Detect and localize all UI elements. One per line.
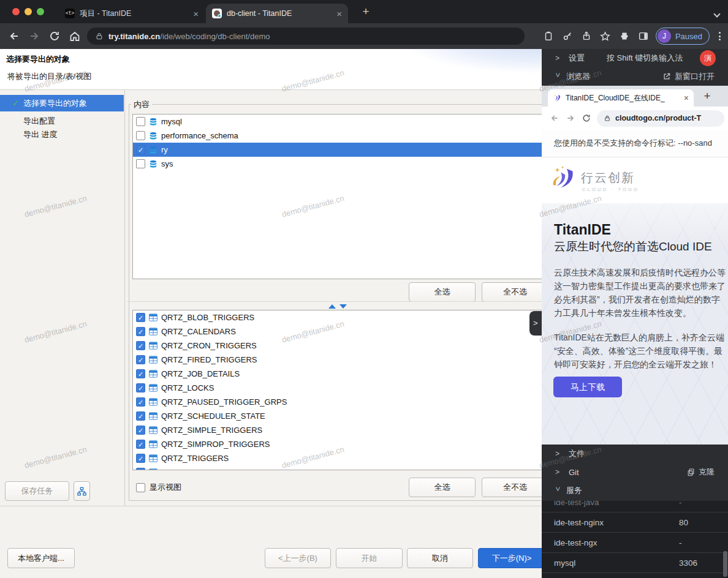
embedded-address-bar[interactable]: cloudtogo.cn/product-T: [597, 110, 724, 127]
git-row[interactable]: > Git 克隆: [542, 463, 728, 481]
new-tab-button[interactable]: +: [700, 89, 715, 103]
select-all-tables-button[interactable]: 全选: [409, 478, 476, 497]
checkbox[interactable]: [136, 117, 145, 126]
checkbox[interactable]: [136, 327, 145, 336]
panel-expand-handle[interactable]: >: [529, 311, 542, 336]
select-none-databases-button[interactable]: 全不选: [482, 282, 542, 302]
back-icon[interactable]: [5, 27, 23, 45]
database-row[interactable]: performance_schema: [133, 129, 542, 143]
table-icon: [149, 384, 157, 392]
checkbox[interactable]: [136, 411, 145, 421]
task-hierarchy-button[interactable]: [74, 481, 90, 501]
checkbox[interactable]: [136, 440, 145, 449]
checkbox[interactable]: [136, 383, 145, 392]
select-none-tables-button[interactable]: 全不选: [482, 478, 542, 497]
clipboard-icon[interactable]: [542, 29, 555, 43]
tab-db-client[interactable]: db-client - TitanIDE ×: [206, 4, 348, 23]
splitter-down-icon[interactable]: [339, 304, 347, 309]
side-panel-icon[interactable]: [637, 29, 650, 43]
checkbox[interactable]: [136, 131, 145, 140]
scrollbar-thumb[interactable]: [723, 551, 727, 577]
checkbox[interactable]: [136, 313, 145, 322]
profile-paused-button[interactable]: J Paused: [656, 28, 710, 45]
reload-icon[interactable]: [578, 110, 594, 126]
back-icon[interactable]: [547, 110, 563, 126]
bookmark-star-icon[interactable]: [599, 29, 612, 43]
git-clone-button[interactable]: 克隆: [687, 467, 715, 478]
show-views-checkbox[interactable]: [136, 483, 145, 492]
service-row[interactable]: ide-test-ngx -: [542, 533, 728, 553]
database-row[interactable]: mysql: [133, 114, 542, 129]
database-row[interactable]: ry: [133, 143, 542, 157]
checkbox[interactable]: [136, 159, 145, 168]
splitter[interactable]: [127, 301, 542, 302]
tab-search-chevron-icon[interactable]: [715, 8, 719, 19]
table-row[interactable]: QRTZ_CALENDARS: [133, 325, 542, 339]
new-tab-button[interactable]: +: [359, 5, 373, 18]
services-row[interactable]: > 服务: [542, 481, 728, 500]
forward-icon[interactable]: [25, 27, 44, 45]
minimize-window-button[interactable]: [25, 8, 32, 15]
table-row[interactable]: QRTZ_CRON_TRIGGERS: [133, 339, 542, 353]
previous-button[interactable]: <上一步(B): [265, 548, 331, 568]
close-icon[interactable]: ×: [336, 9, 342, 19]
download-button[interactable]: 马上下载: [553, 377, 622, 397]
start-button[interactable]: 开始: [336, 548, 403, 568]
files-row[interactable]: > 文件: [542, 445, 728, 463]
embedded-tab[interactable]: TitanIDE_CloudIDE_在线IDE_ ×: [548, 89, 694, 107]
home-icon[interactable]: [66, 27, 84, 45]
password-key-icon[interactable]: [561, 29, 574, 43]
checkbox[interactable]: [136, 355, 145, 364]
table-row[interactable]: QRTZ_BLOB_TRIGGERS: [133, 310, 542, 325]
table-icon: [149, 454, 157, 462]
wizard-step[interactable]: 导出 进度: [0, 128, 124, 141]
table-row[interactable]: QRTZ_JOB_DETAILS: [133, 367, 542, 381]
forward-icon[interactable]: [563, 110, 578, 126]
table-row[interactable]: QRTZ_SIMPLE_TRIGGERS: [133, 423, 542, 437]
table-row[interactable]: QRTZ_PAUSED_TRIGGER_GRPS: [133, 395, 542, 409]
settings-row[interactable]: > 设置 按 Shift 键切换输入法 演: [542, 49, 728, 67]
close-window-button[interactable]: [12, 8, 20, 15]
table-row[interactable]: QRTZ_FIRED_TRIGGERS: [133, 353, 542, 367]
checkbox[interactable]: [136, 426, 145, 435]
checkbox[interactable]: [136, 397, 145, 407]
table-row[interactable]: QRTZ_SCHEDULER_STATE: [133, 409, 542, 423]
share-icon[interactable]: [580, 29, 593, 43]
wizard-step[interactable]: ✓ 选择要导出的对象: [0, 95, 124, 111]
chevron-down-icon: >: [553, 73, 562, 80]
browser-section-row[interactable]: > 浏览器 新窗口打开: [542, 67, 728, 86]
service-row[interactable]: ide-test-nginx 80: [542, 512, 728, 533]
fullscreen-window-button[interactable]: [37, 8, 44, 15]
database-row[interactable]: sys: [133, 157, 542, 171]
paragraph-line: “安全、高效、体验”这三个维度取得平衡。最: [554, 344, 728, 358]
local-client-button[interactable]: 本地客户端...: [7, 548, 75, 568]
ime-badge[interactable]: 演: [700, 50, 716, 66]
close-icon[interactable]: ×: [684, 93, 689, 103]
checkbox[interactable]: [136, 341, 145, 350]
tab-project[interactable]: <t> 项目 - TitanIDE ×: [59, 4, 205, 23]
open-new-window-button[interactable]: 新窗口打开: [662, 71, 715, 82]
table-row[interactable]: gen_table: [133, 465, 542, 470]
service-row[interactable]: mysql 3306: [542, 553, 728, 573]
checkbox[interactable]: [136, 145, 145, 154]
checkbox[interactable]: [136, 369, 145, 378]
close-icon[interactable]: ×: [193, 9, 199, 19]
next-button[interactable]: 下一步(N)>: [478, 548, 542, 568]
menu-dots-icon[interactable]: [715, 32, 724, 40]
cancel-button[interactable]: 取消: [407, 548, 473, 568]
select-all-databases-button[interactable]: 全选: [409, 282, 476, 302]
address-bar[interactable]: try.titanide.cn/ide/web/coding/db-client…: [87, 28, 525, 45]
checkbox[interactable]: [136, 454, 145, 463]
checkbox[interactable]: [136, 468, 145, 470]
wizard-step[interactable]: 导出配置: [0, 114, 124, 128]
table-row[interactable]: QRTZ_LOCKS: [133, 381, 542, 395]
extensions-puzzle-icon[interactable]: [618, 29, 631, 43]
table-row[interactable]: QRTZ_TRIGGERS: [133, 451, 542, 465]
show-views-row: 显示视图: [136, 482, 181, 493]
table-row[interactable]: QRTZ_SIMPROP_TRIGGERS: [133, 437, 542, 451]
splitter-up-icon[interactable]: [328, 304, 336, 309]
reload-icon[interactable]: [45, 27, 64, 45]
service-row[interactable]: ide-test-java -: [542, 501, 728, 512]
save-task-button[interactable]: 保存任务: [5, 481, 69, 501]
table-icon: [149, 328, 157, 336]
